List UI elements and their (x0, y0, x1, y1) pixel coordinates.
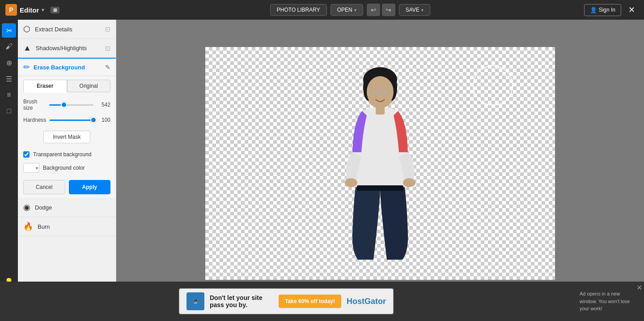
open-button[interactable]: OPEN ▾ (330, 4, 363, 16)
redo-button[interactable]: ↪ (382, 4, 395, 16)
ad-text: Don't let your site pass you by. (210, 294, 273, 308)
panel-item-burn[interactable]: 🔥 Burn (18, 217, 116, 236)
panel-item-dodge[interactable]: ◉ Dodge (18, 198, 116, 217)
layers-icon[interactable]: ☰ (2, 72, 16, 86)
topbar-center: PHOTO LIBRARY OPEN ▾ ↩ ↪ SAVE ▾ (116, 4, 584, 16)
extract-icon: ⬡ (23, 24, 30, 34)
apply-button[interactable]: Apply (69, 180, 111, 194)
canvas-frame (205, 47, 555, 280)
svg-point-8 (345, 178, 357, 187)
hardness-slider[interactable] (50, 116, 93, 124)
topbar-right: 👤 Sign In ✕ (584, 3, 644, 17)
clone-tool-icon[interactable]: ⊕ (2, 56, 16, 70)
tab-eraser[interactable]: Eraser (23, 80, 67, 92)
shadows-icon: ▲ (23, 43, 31, 53)
shadows-extra-icon: ⊡ (105, 45, 110, 52)
brush-size-row: Brush size 542 (18, 96, 116, 114)
photo-library-button[interactable]: PHOTO LIBRARY (270, 4, 327, 16)
panel-item-extract[interactable]: ⬡ Extract Details ⊡ (18, 20, 116, 39)
close-button[interactable]: ✕ (625, 3, 639, 17)
paint-tool-icon[interactable]: 🖌 (2, 39, 16, 54)
tool-panel: ✏ Erase Background ✎ Eraser Original Bru… (18, 58, 116, 198)
view-toggle[interactable]: ⊞ (51, 7, 59, 13)
burn-icon: 🔥 (23, 222, 33, 231)
extract-extra-icon: ⊡ (105, 26, 110, 33)
bg-color-row: ▾ Background color (18, 161, 116, 176)
action-buttons: Cancel Apply (18, 176, 116, 198)
ad-box: 🖥️ Don't let your site pass you by. Take… (179, 288, 394, 314)
open-dropdown-arrow: ▾ (354, 8, 356, 13)
tool-header: ✏ Erase Background ✎ (18, 59, 116, 76)
invert-mask-button[interactable]: Invert Mask (43, 131, 90, 143)
swatch-arrow: ▾ (36, 166, 38, 171)
undo-button[interactable]: ↩ (367, 4, 380, 16)
ad-content: 🖥️ Don't let your site pass you by. Take… (0, 288, 572, 314)
bg-color-swatch[interactable]: ▾ (23, 163, 39, 173)
transparent-bg-checkbox[interactable] (23, 151, 30, 158)
hardness-row: Hardness 100 (18, 114, 116, 126)
save-dropdown-arrow: ▾ (421, 8, 424, 13)
svg-rect-10 (376, 107, 385, 115)
panel-item-shadows[interactable]: ▲ Shadows/Highlights ⊡ (18, 39, 116, 58)
dodge-icon: ◉ (23, 202, 30, 212)
svg-rect-11 (357, 185, 403, 191)
editor-dropdown-arrow[interactable]: ▾ (42, 7, 44, 13)
tab-original[interactable]: Original (67, 80, 111, 92)
crop-tool-icon[interactable]: ✂ (2, 23, 16, 38)
user-icon: 👤 (590, 7, 597, 13)
cancel-button[interactable]: Cancel (23, 180, 65, 194)
left-panel: ⬡ Extract Details ⊡ ▲ Shadows/Highlights… (18, 20, 116, 321)
ad-close-button[interactable]: ✕ (636, 283, 642, 292)
ad-logo: 🖥️ (186, 292, 204, 310)
undo-redo-controls: ↩ ↪ (367, 4, 395, 16)
ad-cta-button[interactable]: Take 60% off today! (279, 295, 341, 308)
svg-point-9 (403, 178, 415, 187)
transparent-bg-row: Transparent background (18, 148, 116, 161)
editor-title: P Editor ▾ ⊞ (0, 4, 116, 16)
tool-edit-icon[interactable]: ✎ (105, 64, 110, 71)
person-image (331, 63, 429, 264)
ad-note: Ad opens in a new window. You won't lose… (572, 290, 644, 312)
save-button[interactable]: SAVE ▾ (399, 4, 430, 16)
erase-bg-icon: ✏ (23, 62, 30, 72)
canvas-area[interactable] (116, 20, 644, 307)
brush-size-slider[interactable] (49, 101, 93, 108)
texture-icon[interactable]: ≡ (2, 88, 16, 102)
invert-mask-container: Invert Mask (18, 126, 116, 148)
sign-in-button[interactable]: 👤 Sign In (584, 4, 621, 16)
ad-bar: 🖥️ Don't let your site pass you by. Take… (0, 282, 644, 321)
iconbar: ✂ 🖌 ⊕ ☰ ≡ □ 💡 ✻ ? (0, 20, 18, 321)
topbar: P Editor ▾ ⊞ PHOTO LIBRARY OPEN ▾ ↩ ↪ SA… (0, 0, 644, 20)
app-title: Editor (20, 6, 39, 14)
rectangle-icon[interactable]: □ (2, 104, 16, 118)
tool-tabs: Eraser Original (23, 80, 110, 92)
app-logo: P (5, 4, 17, 16)
ad-brand: HostGator (347, 297, 386, 306)
